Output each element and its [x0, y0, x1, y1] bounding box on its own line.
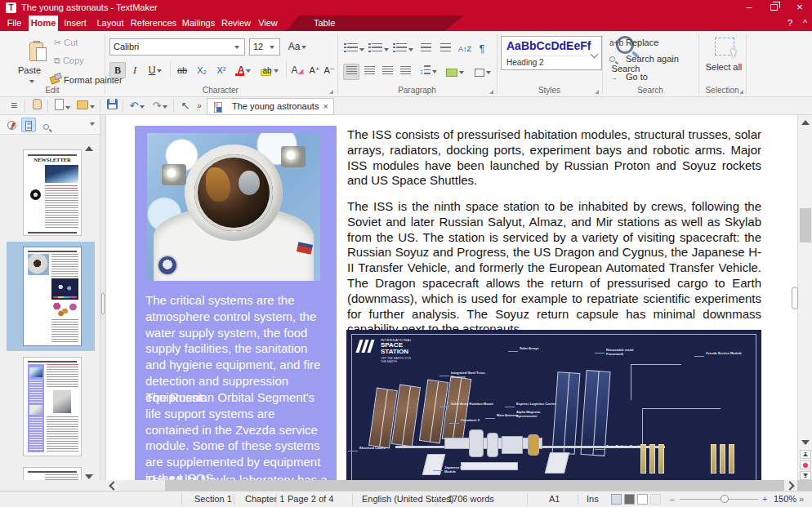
minimize-button[interactable]: – — [737, 0, 761, 16]
toolbar-overflow-icon[interactable]: » — [194, 99, 204, 113]
zoom-in-button[interactable]: + — [762, 494, 767, 504]
save-button[interactable] — [105, 99, 119, 113]
select-all-button[interactable]: Select all — [701, 31, 747, 85]
page-thumbnail-2-selected[interactable] — [23, 247, 82, 346]
style-selector[interactable]: AaBbCcDdEeFf Heading 2 — [501, 36, 602, 70]
tab-home[interactable]: Home — [29, 16, 58, 31]
vertical-splitter-handle[interactable] — [792, 287, 798, 309]
scroll-left-icon[interactable] — [106, 480, 119, 491]
strikethrough-button[interactable]: ab — [173, 62, 191, 78]
view-fullscreen-button[interactable] — [637, 494, 648, 505]
character-dialog-launcher[interactable] — [329, 90, 333, 94]
status-insert-mode[interactable]: Ins — [587, 494, 599, 504]
scroll-right-icon[interactable] — [784, 480, 797, 491]
undo-button[interactable]: ↶ — [127, 99, 147, 113]
font-name-combo[interactable]: Calibri — [109, 38, 245, 56]
statusbar-overflow-icon[interactable]: » — [799, 494, 804, 504]
page-thumbnail-3[interactable] — [23, 357, 82, 456]
paste-button[interactable]: Paste — [8, 34, 51, 85]
document-tab[interactable]: The young astronauts × — [207, 98, 334, 115]
zoom-slider-knob[interactable] — [721, 495, 729, 503]
underline-button[interactable]: U — [144, 62, 167, 78]
font-size-combo[interactable]: 12 — [249, 38, 280, 56]
clear-formatting-button[interactable]: A◢ — [289, 62, 306, 78]
scroll-down-icon[interactable] — [801, 440, 810, 445]
tab-table-contextual[interactable]: Table — [314, 16, 335, 31]
pointer-tool-icon[interactable]: ↖ — [178, 99, 193, 113]
close-button[interactable]: × — [787, 0, 812, 16]
sort-button[interactable]: A↕Z — [456, 41, 474, 57]
status-chapter[interactable]: Chapter 1 — [245, 494, 284, 504]
restore-button[interactable] — [762, 0, 787, 16]
bullet-list-button[interactable] — [343, 41, 365, 57]
sidebar-options-dropdown[interactable] — [90, 122, 95, 126]
vertical-scrollbar-thumb[interactable] — [800, 208, 811, 242]
zoom-out-button[interactable]: – — [670, 494, 675, 504]
status-cell-reference[interactable]: A1 — [549, 494, 560, 504]
tab-review[interactable]: Review — [218, 16, 254, 31]
page-thumbnail-1[interactable]: NEWSLETTER — [23, 149, 82, 236]
formatting-marks-button[interactable]: ¶ — [475, 41, 489, 57]
next-page-button[interactable] — [800, 471, 811, 480]
new-document-button[interactable] — [52, 99, 72, 113]
redo-button[interactable]: ↷ — [150, 99, 170, 113]
highlight-button[interactable]: ab — [258, 62, 283, 78]
goto-button[interactable]: →Go to — [609, 72, 648, 82]
collapse-ribbon-icon[interactable]: ^ — [803, 16, 807, 31]
paragraph-dialog-launcher[interactable] — [489, 90, 493, 94]
change-case-button[interactable]: Aa — [285, 38, 310, 55]
align-right-button[interactable] — [379, 64, 395, 80]
sidebar-splitter[interactable] — [100, 115, 106, 491]
view-continuous-button[interactable] — [624, 494, 635, 505]
grow-font-button[interactable]: A⁺ — [307, 62, 322, 78]
navigation-compass-button[interactable] — [4, 118, 19, 132]
browse-object-button[interactable] — [800, 460, 811, 469]
scroll-up-icon[interactable] — [801, 120, 810, 125]
styles-dialog-launcher[interactable] — [595, 90, 599, 94]
sidebar-search-button[interactable] — [38, 118, 53, 132]
view-normal-button[interactable] — [611, 494, 622, 505]
shading-button[interactable] — [443, 64, 467, 80]
help-icon[interactable]: ? — [787, 16, 792, 31]
page-thumbnails-button[interactable] — [21, 118, 36, 132]
zoom-level[interactable]: 150% — [774, 494, 796, 504]
multilevel-list-button[interactable] — [392, 41, 414, 57]
bold-button[interactable]: B — [109, 62, 126, 78]
horizontal-scrollbar-thumb[interactable] — [119, 480, 165, 491]
shrink-font-button[interactable]: A⁻ — [322, 62, 337, 78]
thumbnails-scroll-up-icon[interactable] — [85, 146, 93, 151]
tab-layout[interactable]: Layout — [92, 16, 128, 31]
vertical-scrollbar[interactable] — [797, 115, 812, 480]
search-again-button[interactable]: Search again — [609, 54, 679, 64]
previous-page-button[interactable] — [800, 450, 811, 459]
numbered-list-button[interactable] — [368, 41, 390, 57]
horizontal-scrollbar[interactable] — [106, 480, 812, 491]
document-canvas[interactable]: The critical systems are the atmosphere … — [106, 115, 797, 480]
decrease-indent-button[interactable] — [436, 41, 454, 57]
increase-indent-button[interactable] — [417, 41, 435, 57]
line-spacing-button[interactable]: ↕ — [417, 64, 439, 80]
paste-dropdown-arrow[interactable] — [29, 80, 34, 83]
align-left-button[interactable] — [343, 64, 359, 80]
superscript-button[interactable]: X² — [212, 62, 230, 78]
style-chevron-icon[interactable] — [591, 51, 599, 59]
subscript-button[interactable]: X₂ — [193, 62, 211, 78]
open-button[interactable] — [75, 99, 96, 113]
status-page[interactable]: Page 2 of 4 — [288, 494, 333, 504]
tab-file[interactable]: File — [0, 16, 29, 31]
italic-button[interactable]: I — [127, 62, 142, 78]
tab-mailings[interactable]: Mailings — [179, 16, 218, 31]
justify-button[interactable] — [397, 64, 413, 80]
align-center-button[interactable] — [361, 64, 377, 80]
tab-insert[interactable]: Insert — [58, 16, 92, 31]
touch-mode-icon[interactable] — [29, 99, 44, 113]
status-language[interactable]: English (United States) — [362, 494, 454, 504]
zoom-slider-track[interactable] — [680, 499, 758, 500]
borders-button[interactable] — [471, 64, 495, 80]
status-section[interactable]: Section 1 — [194, 494, 232, 504]
font-color-button[interactable]: A — [232, 62, 257, 78]
copy-button[interactable]: ⧉ Copy — [54, 56, 84, 66]
tab-view[interactable]: View — [254, 16, 282, 31]
selection-dialog-launcher[interactable] — [739, 90, 743, 94]
cut-button[interactable]: ✂ Cut — [54, 38, 78, 48]
